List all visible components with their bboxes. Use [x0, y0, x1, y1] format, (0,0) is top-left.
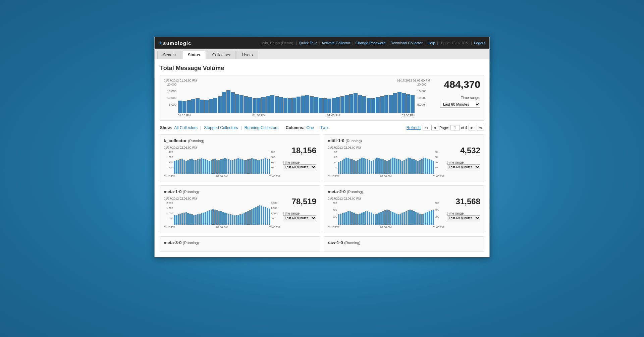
card-timestamp: 01/17/2012 02:06:00 PM: [164, 146, 280, 149]
app-window: + sumologic Hello, Bruno (Demo) | Quick …: [154, 37, 490, 257]
total-message-volume-chart: 01/17/2012 01:06:00 PM 01/17/2012 02:06:…: [160, 75, 484, 121]
card-bars-meta2: [338, 202, 434, 225]
card-y-right: 600400200: [435, 202, 444, 225]
greeting-text: Hello, Bruno (Demo): [260, 41, 293, 45]
card-y-left: 600400200: [328, 202, 337, 225]
running-collectors-link[interactable]: Running Collectors: [245, 125, 278, 130]
columns-two-link[interactable]: Two: [320, 125, 328, 130]
x-axis-labels: 01:15 PM 01:30 PM 01:45 PM 02:00 PM: [178, 114, 415, 117]
card-bars-meta1: [174, 202, 270, 225]
section-title: Total Message Volume: [160, 65, 484, 72]
collector-time-range[interactable]: Last 60 Minutes: [447, 164, 480, 170]
top-bar: + sumologic Hello, Bruno (Demo) | Quick …: [155, 37, 489, 49]
collector-name: raw-1-0 (Running): [328, 240, 480, 245]
card-bars-k: [174, 151, 270, 174]
collector-time-range[interactable]: Last 60 Minutes: [447, 215, 480, 221]
last-page-button[interactable]: ⏭: [477, 125, 484, 130]
collector-total: 4,532: [460, 146, 480, 155]
stopped-collectors-link[interactable]: Stopped Collectors: [204, 125, 238, 130]
main-bars: [178, 83, 415, 113]
card-x-labels: 01:15 PM01:30 PM01:45 PM: [164, 175, 280, 178]
main-content: Total Message Volume 01/17/2012 01:06:00…: [155, 59, 489, 257]
card-timestamp: 01/17/2012 02:06:00 PM: [328, 146, 444, 149]
page-of: of 4: [461, 126, 467, 130]
y-axis-right: 20,000 15,000 10,000 5,000: [417, 83, 430, 113]
build-text: Build: 16.0-1015: [441, 41, 468, 45]
collector-total: 78,519: [292, 197, 316, 206]
show-bar: Show: All Collectors | Stopped Collector…: [160, 125, 484, 130]
card-x-labels: 01:15 PM01:30 PM01:45 PM: [164, 226, 280, 229]
collector-name: nitill-1-0 (Running): [328, 138, 480, 143]
collector-name: meta-3-0 (Running): [164, 240, 316, 245]
timestamp-left: 01/17/2012 01:06:00 PM: [164, 79, 197, 82]
tab-collectors[interactable]: Collectors: [207, 51, 236, 59]
card-bars-nitill: [338, 151, 434, 174]
quick-tour-link[interactable]: Quick Tour: [299, 41, 317, 45]
collector-card-meta-2: meta-2-0 (Running) 01/17/2012 02:06:00 P…: [324, 185, 484, 232]
tab-users[interactable]: Users: [236, 51, 258, 59]
download-collector-link[interactable]: Download Collector: [390, 41, 422, 45]
nav-tabs: Search Status Collectors Users: [155, 49, 489, 59]
tab-status[interactable]: Status: [182, 51, 206, 59]
card-x-labels: 01:15 PM01:30 PM01:45 PM: [328, 175, 444, 178]
timestamp-right: 01/17/2012 02:06:00 PM: [397, 79, 430, 82]
collector-name: meta-2-0 (Running): [328, 189, 480, 194]
collector-time-range[interactable]: Last 60 Minutes: [283, 164, 316, 170]
prev-page-button[interactable]: ◀: [431, 125, 438, 130]
collector-name: meta-1-0 (Running): [164, 189, 316, 194]
card-y-left: 400300200100: [164, 151, 173, 174]
collector-grid: k_collector (Running) 01/17/2012 02:06:0…: [160, 134, 484, 251]
columns-label: Columns:: [286, 125, 304, 130]
time-range-select[interactable]: Last 15 Minutes Last 30 Minutes Last 60 …: [440, 101, 480, 108]
tab-search[interactable]: Search: [157, 51, 181, 59]
time-range-label: Time range:: [433, 96, 480, 100]
card-y-left: 2,0001,5001,000500: [164, 202, 173, 225]
y-axis-left: 20,000 15,000 10,000 5,000: [164, 83, 176, 113]
collector-name: k_collector (Running): [164, 138, 316, 143]
first-page-button[interactable]: ⏮: [423, 125, 430, 130]
card-y-right: 80604020: [435, 151, 444, 174]
collector-card-k-collector: k_collector (Running) 01/17/2012 02:06:0…: [160, 134, 320, 181]
all-collectors-link[interactable]: All Collectors: [174, 125, 198, 130]
top-links: Hello, Bruno (Demo) | Quick Tour | Activ…: [259, 41, 485, 45]
card-y-right: 2,0001,5001,000500: [271, 202, 280, 225]
card-y-right: 400300200100: [271, 151, 280, 174]
card-x-labels: 01:15 PM01:30 PM01:45 PM: [328, 226, 444, 229]
change-password-link[interactable]: Change Password: [355, 41, 385, 45]
collector-card-nitill: nitill-1-0 (Running) 01/17/2012 02:06:00…: [324, 134, 484, 181]
activate-collector-link[interactable]: Activate Collector: [322, 41, 351, 45]
logo: + sumologic: [159, 40, 191, 46]
refresh-button[interactable]: Refresh: [407, 125, 421, 130]
logout-link[interactable]: Logout: [474, 41, 485, 45]
total-count: 484,370: [440, 79, 480, 90]
collector-time-range[interactable]: Last 60 Minutes: [283, 215, 316, 221]
show-label: Show:: [160, 125, 172, 130]
logo-text: sumologic: [163, 40, 191, 46]
logo-plus-icon: +: [159, 40, 162, 46]
collector-card-meta-3: meta-3-0 (Running): [160, 236, 320, 251]
columns-one-link[interactable]: One: [306, 125, 314, 130]
card-timestamp: 01/17/2012 02:06:00 PM: [328, 197, 444, 200]
collector-card-meta-1: meta-1-0 (Running) 01/17/2012 02:06:00 P…: [160, 185, 320, 232]
card-y-left: 80604020: [328, 151, 337, 174]
page-label: Page:: [439, 126, 449, 130]
collector-total: 31,568: [456, 197, 480, 206]
card-timestamp: 01/17/2012 02:06:00 PM: [164, 197, 280, 200]
next-page-button[interactable]: ▶: [469, 125, 475, 130]
pagination: ⏮ ◀ Page: of 4 ▶ ⏭: [423, 125, 484, 130]
collector-total: 18,156: [292, 146, 316, 155]
collector-card-raw-1: raw-1-0 (Running): [324, 236, 484, 251]
page-input[interactable]: [450, 125, 460, 130]
help-link[interactable]: Help: [428, 41, 435, 45]
